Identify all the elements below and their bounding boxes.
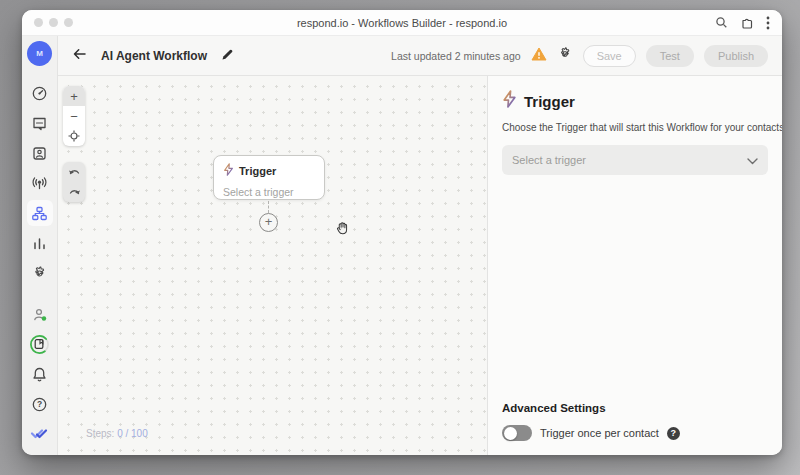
redo-button[interactable] [63,182,85,202]
node-title: Trigger [239,165,276,177]
fit-view-button[interactable] [63,126,85,146]
maximize-window-button[interactable] [64,18,73,27]
trigger-bolt-icon [223,162,234,180]
sidebar-item-settings[interactable] [27,260,53,286]
sidebar-item-workflows[interactable] [27,200,53,226]
browser-titlebar: respond.io - Workflows Builder - respond… [22,10,782,36]
zoom-in-button[interactable]: + [63,86,85,106]
sidebar-item-reports[interactable] [27,230,53,256]
workflow-canvas[interactable]: + − [58,76,487,455]
traffic-lights [34,18,73,27]
workspace-avatar[interactable]: M [27,41,52,66]
last-updated-text: Last updated 2 minutes ago [391,50,521,62]
back-button[interactable] [72,47,87,65]
app-sidebar: M [22,36,58,455]
trigger-select-dropdown[interactable]: Select a trigger [502,145,768,175]
workflow-toolbar: AI Agent Workflow Last updated 2 minutes… [58,36,782,76]
zoom-controls: + − [63,86,85,146]
extensions-icon[interactable] [740,16,754,30]
trigger-config-panel: Trigger Choose the Trigger that will sta… [487,76,782,455]
workflow-title: AI Agent Workflow [101,49,207,63]
add-step-button[interactable]: + [259,213,278,232]
sidebar-item-broadcast[interactable] [27,170,53,196]
minimize-window-button[interactable] [49,18,58,27]
browser-window: respond.io - Workflows Builder - respond… [22,10,782,455]
toggle-label: Trigger once per contact [540,427,659,439]
sidebar-item-messages[interactable] [27,110,53,136]
node-placeholder: Select a trigger [223,186,315,198]
zoom-out-button[interactable]: − [63,106,85,126]
workflow-settings-icon[interactable] [557,46,573,66]
node-connector-line [268,201,269,213]
test-button[interactable]: Test [646,45,694,67]
help-icon[interactable]: ? [27,391,53,417]
notifications-icon[interactable] [27,361,53,387]
steps-counter: Steps: 0 / 100 [86,428,148,439]
browser-menu-icon[interactable] [766,16,770,30]
chevron-down-icon [747,151,758,169]
panel-description: Choose the Trigger that will start this … [502,122,768,133]
trigger-bolt-icon [502,90,517,112]
agent-status-icon[interactable] [27,301,53,327]
save-button[interactable]: Save [583,45,636,67]
hand-cursor-icon [334,219,351,240]
edit-title-icon[interactable] [221,47,234,65]
toggle-help-icon[interactable]: ? [667,427,680,440]
warning-icon[interactable] [531,47,547,65]
respond-logo-icon [27,421,53,447]
trigger-node[interactable]: Trigger Select a trigger [213,155,325,200]
close-window-button[interactable] [34,18,43,27]
dropdown-placeholder: Select a trigger [512,154,747,166]
trigger-once-toggle[interactable] [502,425,532,441]
history-controls [63,162,85,202]
sidebar-item-dashboard[interactable] [27,80,53,106]
browser-tab-title: respond.io - Workflows Builder - respond… [22,17,782,29]
svg-text:?: ? [37,399,42,409]
panel-title: Trigger [524,93,575,110]
undo-button[interactable] [63,162,85,182]
advanced-settings-title: Advanced Settings [502,402,768,414]
search-icon[interactable] [715,16,728,29]
sidebar-item-contacts[interactable] [27,140,53,166]
publish-button[interactable]: Publish [704,45,768,67]
advanced-settings-section: Advanced Settings Trigger once per conta… [502,402,768,441]
onboarding-progress-icon[interactable] [27,331,53,357]
